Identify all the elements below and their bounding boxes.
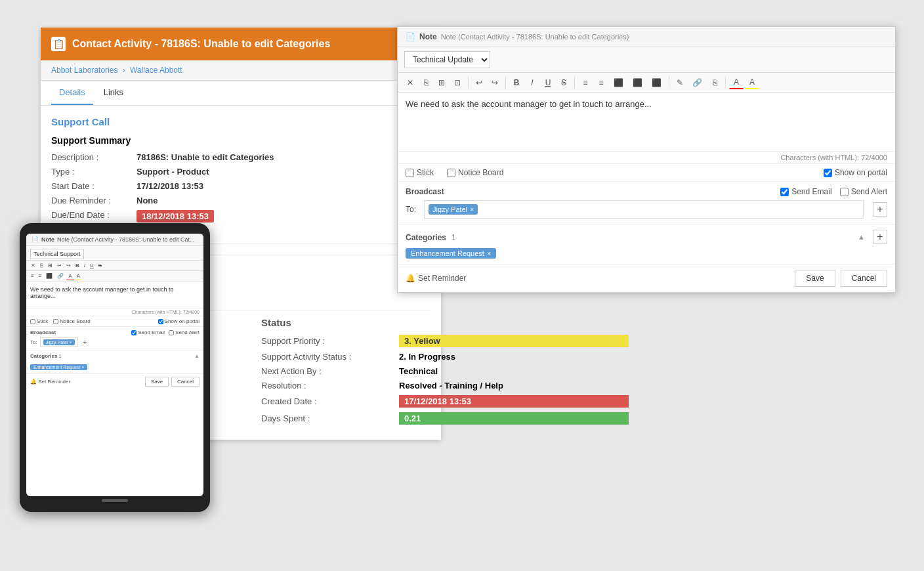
tablet-note-type-row: Technical Support [26, 246, 203, 261]
tablet-se-checkbox[interactable] [131, 330, 136, 335]
tablet-portal-checkbox[interactable] [158, 319, 163, 324]
toolbar-align1[interactable]: ⬛ [610, 76, 627, 89]
note-dialog-titlebar: 📄 Note Note (Contact Activity - 78186S: … [398, 27, 895, 47]
next-action-row: Next Action By : Technical [261, 366, 629, 376]
field-due-end-date: Due/End Date : 18/12/2018 13:53 [51, 210, 430, 222]
toolbar-paste2[interactable]: ⊡ [450, 76, 465, 89]
notice-board-checkbox-label[interactable]: Notice Board [447, 168, 503, 177]
description-value: 78186S: Unable to edit Categories [136, 152, 274, 162]
toolbar-redo[interactable]: ↪ [488, 76, 502, 89]
send-alert-label[interactable]: Send Alert [840, 187, 887, 196]
categories-label: Categories [406, 233, 446, 242]
note-dialog: 📄 Note Note (Contact Activity - 78186S: … [397, 26, 896, 293]
bell-icon: 🔔 [406, 274, 415, 283]
tablet-save-btn[interactable]: Save [145, 377, 169, 387]
tablet-options: Stick Notice Board Show on portal [26, 316, 203, 327]
cat-tag-close[interactable]: × [487, 249, 491, 257]
categories-collapse[interactable]: ▲ [858, 233, 865, 241]
description-label: Description : [51, 152, 136, 162]
tablet-to-label: To: [30, 339, 37, 345]
tablet-cat-header: Categories 1 ▲ [30, 353, 200, 359]
set-reminder-btn[interactable]: 🔔 Set Reminder [406, 274, 466, 283]
tablet-tb-redo: ↪ [64, 262, 73, 269]
tablet-toolbar2: ≡ ≡ ⬛ 🔗 A A [26, 271, 203, 282]
toolbar-copy2[interactable]: ⎘ [707, 76, 722, 89]
tablet-editor-content: We need to ask the account manager to ge… [30, 286, 173, 299]
categories-title-row: Categories 1 [406, 232, 455, 242]
toolbar-paste1[interactable]: ⊞ [434, 76, 449, 89]
toolbar-font-color[interactable]: A [729, 75, 744, 89]
toolbar-bold[interactable]: B [509, 76, 524, 89]
show-on-portal-checkbox-label[interactable]: Show on portal [824, 168, 887, 177]
sep5 [725, 77, 726, 89]
tab-links[interactable]: Links [96, 81, 131, 105]
tablet-tb-fc: A [66, 272, 74, 280]
categories-header: Categories 1 ▲ + [406, 230, 887, 244]
send-email-label[interactable]: Send Email [780, 187, 831, 196]
to-tag-area[interactable]: Jigzy Patel × [424, 200, 864, 219]
status-section: Status Support Priority : 3. Yellow Supp… [261, 317, 629, 429]
toolbar-copy[interactable]: ⎘ [419, 76, 433, 89]
due-reminder-value: None [136, 196, 158, 205]
tablet-tb-cut: ✕ [29, 262, 37, 269]
resolution-row: Resolution : Resolved - Training / Help [261, 381, 629, 391]
stick-checkbox-label[interactable]: Stick [406, 168, 434, 177]
toolbar-align2[interactable]: ⬛ [629, 76, 646, 89]
activity-status-value: 2. In Progress [399, 352, 455, 362]
toolbar-highlight[interactable]: A [745, 75, 759, 89]
notice-board-checkbox[interactable] [447, 169, 455, 177]
tablet-stick-checkbox[interactable] [30, 319, 35, 324]
send-email-checkbox[interactable] [780, 188, 789, 196]
breadcrumb-person[interactable]: Wallace Abbott [130, 66, 182, 75]
tab-details[interactable]: Details [51, 81, 93, 105]
tablet-editor: We need to ask the account manager to ge… [26, 282, 203, 308]
save-button[interactable]: Save [795, 270, 835, 287]
send-alert-checkbox[interactable] [840, 188, 849, 196]
breadcrumb-org[interactable]: Abbot Laboratories [51, 66, 117, 75]
toolbar-align3[interactable]: ⬛ [648, 76, 665, 89]
add-category-btn[interactable]: + [873, 230, 887, 244]
tablet-categories: Categories 1 ▲ Enhancement Request × [26, 350, 203, 374]
toolbar-underline[interactable]: U [541, 76, 555, 89]
broadcast-label: Broadcast [406, 187, 444, 196]
days-spent-row: Days Spent : 0.21 [261, 412, 629, 425]
toolbar-undo[interactable]: ↩ [472, 76, 486, 89]
toolbar-link[interactable]: 🔗 [688, 76, 706, 89]
main-title: Contact Activity - 78186S: Unable to edi… [72, 38, 330, 50]
status-title: Status [261, 317, 629, 328]
tablet-cancel-btn[interactable]: Cancel [171, 377, 200, 387]
broadcast-row: Broadcast Send Email Send Alert [406, 187, 887, 196]
tablet-cat-collapse: ▲ [194, 353, 200, 359]
toolbar-list2[interactable]: ≡ [594, 76, 608, 89]
to-tag: Jigzy Patel × [429, 204, 478, 215]
tablet-tb-bold: B [74, 262, 81, 269]
tablet-sa-checkbox[interactable] [169, 330, 174, 335]
tablet-tb-copy: ⎘ [38, 262, 45, 269]
show-on-portal-checkbox[interactable] [824, 169, 832, 177]
sep3 [574, 77, 575, 89]
cancel-button[interactable]: Cancel [841, 270, 887, 287]
broadcast-checkboxes: Send Email Send Alert [780, 187, 887, 196]
toolbar-list1[interactable]: ≡ [578, 76, 593, 89]
to-tag-close[interactable]: × [470, 206, 474, 213]
tablet-tb-underline: U [88, 262, 96, 269]
note-type-select[interactable]: Technical Update [404, 51, 490, 68]
tablet-cat-label: Categories 1 [30, 353, 62, 359]
categories-tags: Enhancement Request × [406, 248, 887, 259]
tablet-to-tag-area: Jigzy Patel × [40, 337, 78, 347]
toolbar-cut[interactable]: ✕ [403, 76, 417, 89]
tablet-notice-checkbox[interactable] [53, 319, 58, 324]
toolbar-italic[interactable]: I [525, 76, 539, 89]
category-tag: Enhancement Request × [406, 248, 496, 259]
char-count: Characters (with HTML): 72/4000 [398, 152, 895, 164]
note-title-label: Note [419, 32, 437, 41]
summary-title: Support Summary [51, 135, 430, 146]
priority-row: Support Priority : 3. Yellow [261, 335, 629, 347]
add-to-btn[interactable]: + [873, 202, 887, 217]
toolbar-strikethrough[interactable]: S [556, 76, 571, 89]
tablet-tb-hl: A [75, 272, 82, 280]
stick-checkbox[interactable] [406, 169, 414, 177]
tablet-cat-tags: Enhancement Request × [30, 361, 200, 371]
toolbar-edit[interactable]: ✎ [673, 76, 687, 89]
editor-area[interactable]: We need to ask the account manager to ge… [398, 93, 895, 152]
